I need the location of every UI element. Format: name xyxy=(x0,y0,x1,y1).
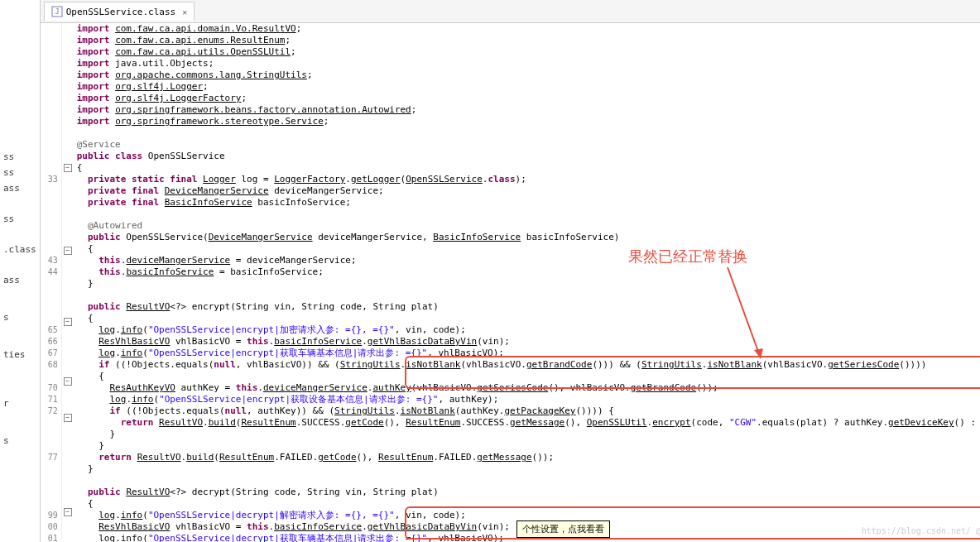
code-line[interactable]: import org.springframework.beans.factory… xyxy=(77,104,980,116)
code-line[interactable]: if ((!Objects.equals(null, vhlBasicVO)) … xyxy=(77,359,980,371)
code-line[interactable] xyxy=(77,290,980,301)
code-line[interactable]: private final DeviceMangerService device… xyxy=(77,185,980,197)
explorer-item[interactable]: ass xyxy=(0,272,40,288)
code-line[interactable]: log.info("OpenSSLService|encrypt|获取车辆基本信… xyxy=(77,348,980,359)
close-icon[interactable]: ✕ xyxy=(182,7,187,17)
code-line[interactable]: { xyxy=(77,371,980,382)
explorer-item[interactable]: ties xyxy=(0,347,40,362)
code-line[interactable]: import com.faw.ca.api.enums.ResultEnum; xyxy=(77,35,980,46)
code-line[interactable]: @Service xyxy=(77,139,980,151)
code-line[interactable]: import org.slf4j.LoggerFactory; xyxy=(77,93,980,104)
code-line[interactable]: this.basicInfoService = basicInfoService… xyxy=(77,266,980,278)
code-line[interactable]: log.info("OpenSSLService|encrypt|加密请求入参:… xyxy=(77,324,980,336)
watermark: https://blog.csdn.net/ @51CTO博客 xyxy=(862,525,980,537)
editor-tab[interactable]: J OpenSSLService.class ✕ xyxy=(44,2,195,21)
fold-toggle[interactable]: − xyxy=(64,414,72,422)
fold-toggle[interactable]: − xyxy=(64,318,72,326)
code-line[interactable]: import java.util.Objects; xyxy=(77,58,980,70)
code-line[interactable]: } xyxy=(77,278,980,290)
explorer-item[interactable]: ss xyxy=(0,211,40,227)
tooltip[interactable]: 个性设置，点我看看 xyxy=(516,520,610,538)
fold-toggle[interactable]: − xyxy=(64,377,72,386)
code-line[interactable]: log.info("OpenSSLService|encrypt|获取设备基本信… xyxy=(77,394,980,405)
code-line[interactable]: { xyxy=(77,243,980,255)
fold-gutter[interactable]: −−−−−−−− xyxy=(62,23,74,542)
code-line[interactable]: import com.faw.ca.api.domain.Vo.ResultVO… xyxy=(77,23,980,35)
explorer-item[interactable]: ass xyxy=(0,180,40,196)
explorer-item[interactable]: s xyxy=(0,433,40,448)
code-line[interactable]: public ResultVO<?> encrypt(String vin, S… xyxy=(77,301,980,313)
code-line[interactable]: import org.apache.commons.lang.StringUti… xyxy=(77,70,980,81)
tab-title: OpenSSLService.class xyxy=(66,7,175,17)
code-line[interactable]: @Autowired xyxy=(77,220,980,232)
code-line[interactable]: log.info("OpenSSLService|decrypt|解密请求入参:… xyxy=(77,510,980,521)
explorer-item[interactable]: .class xyxy=(0,242,40,257)
code-line[interactable]: { xyxy=(77,313,980,324)
code-line[interactable]: import com.faw.ca.api.utils.OpenSSLUtil; xyxy=(77,46,980,58)
code-editor[interactable]: 33434465666768707172779900010405060811 −… xyxy=(41,23,980,542)
code-line[interactable] xyxy=(77,127,980,139)
code-line[interactable]: public class OpenSSLService xyxy=(77,151,980,162)
annotation-text: 果然已经正常替换 xyxy=(628,247,747,266)
code-line[interactable]: return ResultVO.build(ResultEnum.SUCCESS… xyxy=(77,417,980,429)
svg-text:J: J xyxy=(55,7,59,16)
fold-toggle[interactable]: − xyxy=(64,247,72,255)
code-line[interactable]: ResAuthKeyVO authKey = this.deviceManger… xyxy=(77,382,980,394)
code-line[interactable]: public ResultVO<?> decrypt(String code, … xyxy=(77,487,980,498)
class-file-icon: J xyxy=(51,6,63,17)
package-explorer[interactable]: ssssassss.classassstiesrs xyxy=(0,0,41,542)
code-line[interactable]: import org.springframework.stereotype.Se… xyxy=(77,116,980,127)
editor-tab-bar: J OpenSSLService.class ✕ xyxy=(41,0,980,23)
code-line[interactable]: ResVhlBasicVO vhlBasicVO = this.basicInf… xyxy=(77,336,980,348)
code-line[interactable]: { xyxy=(77,498,980,510)
code-line[interactable]: return ResultVO.build(ResultEnum.FAILED.… xyxy=(77,452,980,463)
code-content[interactable]: import com.faw.ca.api.domain.Vo.ResultVO… xyxy=(74,23,980,542)
explorer-item[interactable]: ss xyxy=(0,165,40,180)
code-line[interactable]: private final BasicInfoService basicInfo… xyxy=(77,197,980,209)
fold-toggle[interactable]: − xyxy=(64,508,72,516)
code-line[interactable]: import org.slf4j.Logger; xyxy=(77,81,980,93)
explorer-item[interactable]: ss xyxy=(0,149,40,165)
code-line[interactable]: } xyxy=(77,429,980,440)
fold-toggle[interactable]: − xyxy=(64,164,72,172)
code-line[interactable]: this.deviceMangerService = deviceMangerS… xyxy=(77,255,980,266)
code-line[interactable]: public OpenSSLService(DeviceMangerServic… xyxy=(77,232,980,243)
line-number-gutter: 33434465666768707172779900010405060811 xyxy=(41,23,62,542)
code-line[interactable]: } xyxy=(77,440,980,452)
code-line[interactable]: if ((!Objects.equals(null, authKey)) && … xyxy=(77,405,980,417)
code-line[interactable]: } xyxy=(77,463,980,475)
explorer-item[interactable]: s xyxy=(0,309,40,325)
code-line[interactable]: { xyxy=(77,162,980,174)
explorer-item[interactable]: r xyxy=(0,396,40,411)
code-line[interactable] xyxy=(77,209,980,220)
code-line[interactable]: private static final Logger log = Logger… xyxy=(77,174,980,185)
code-line[interactable] xyxy=(77,475,980,487)
